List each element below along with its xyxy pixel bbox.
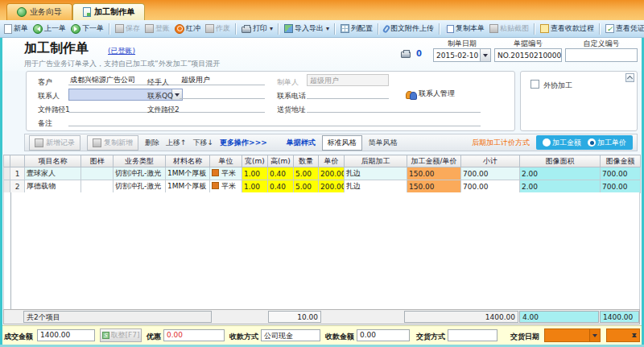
pricing-unit-radio[interactable]: 加工单价 (588, 138, 626, 148)
chevron-down-icon[interactable] (480, 49, 490, 61)
pay-amount-field[interactable]: 0.00 (357, 329, 410, 341)
move-down-button[interactable]: 下移↓ (193, 138, 214, 148)
cell-type[interactable]: 切割冲孔-激光 (114, 180, 166, 193)
cell-name[interactable]: 厚德载物 (25, 180, 81, 193)
cell-height[interactable]: 0.40 (268, 167, 294, 180)
deal-amount-field[interactable]: 1400.00 (37, 329, 95, 341)
cell-unit[interactable]: 平米 (210, 167, 242, 180)
cell-material[interactable]: 1MM个厚板 (166, 167, 210, 180)
document-icon (83, 7, 91, 17)
more-operations-button[interactable]: 更多操作>>> (220, 138, 267, 148)
void-button[interactable]: 作废 (204, 23, 232, 35)
window-border-left (0, 38, 2, 347)
delivery-date-select[interactable] (544, 328, 601, 342)
print-count-icon[interactable] (401, 52, 411, 58)
delivery-date-spinner[interactable] (606, 328, 640, 342)
tab-processing-order[interactable]: 加工制作单 (72, 3, 145, 20)
prev-arrow-icon (33, 24, 43, 34)
import-export-button[interactable]: 导入导出 (283, 23, 331, 35)
collapse-icon[interactable] (625, 73, 634, 82)
standard-style-button[interactable]: 标准风格 (322, 135, 362, 151)
cell-fee[interactable]: 150.00 (407, 180, 461, 193)
table-row[interactable]: 2 厚德载物 切割冲孔-激光 1MM个厚板 平米 1.00 0.40 5.00 … (4, 180, 641, 193)
phone-label: 联系电话 (277, 91, 306, 101)
copy-add-icon (93, 138, 101, 147)
cell-material[interactable]: 1MM个厚板 (166, 180, 210, 193)
cell-price[interactable]: 200.00 (319, 167, 345, 180)
discount-field[interactable]: 0.00 (163, 329, 225, 341)
unit-swatch-icon (212, 169, 219, 176)
custom-no-field[interactable] (565, 48, 638, 62)
cell-qty[interactable]: 5.00 (294, 167, 319, 180)
posted-link[interactable]: (已登账) (108, 46, 135, 56)
cell-qty[interactable]: 5.00 (294, 180, 319, 193)
cell-price[interactable]: 200.00 (319, 180, 345, 193)
next-order-button[interactable]: 下一单 (69, 23, 105, 35)
contact-manage-button[interactable]: 联系人管理 (406, 89, 455, 99)
simple-style-button[interactable]: 简单风格 (369, 138, 398, 148)
cell-area[interactable]: 2.00 (520, 180, 601, 193)
column-config-button[interactable]: 列配置 (339, 23, 374, 35)
cell-amount[interactable]: 700.00 (601, 167, 641, 180)
tab-business-wizard[interactable]: 业务向导 (6, 3, 72, 20)
attachment-upload-button[interactable]: 图文附件上传 (382, 23, 436, 35)
tab-processing-order-label: 加工制作单 (94, 6, 134, 18)
cell-height[interactable]: 0.40 (268, 180, 294, 193)
cell-selector[interactable] (4, 167, 10, 180)
paste-screenshot-button[interactable]: 粘贴截图 (488, 23, 530, 35)
round-button[interactable]: 取整[F7] (100, 328, 142, 342)
cell-selector[interactable] (4, 180, 10, 193)
cell-pattern[interactable] (81, 167, 114, 180)
cell-unit[interactable]: 平米 (210, 180, 242, 193)
chevron-down-icon[interactable] (589, 329, 600, 341)
delete-row-button[interactable]: 删除 (145, 138, 159, 148)
view-voucher-button[interactable]: 查看凭证 (604, 23, 644, 35)
cell-fee[interactable]: 150.00 (407, 167, 461, 180)
note-field[interactable] (68, 115, 481, 126)
cell-width[interactable]: 1.00 (242, 180, 268, 193)
rownum-column-line (10, 192, 11, 309)
post-account-button[interactable]: 登账 (143, 23, 171, 35)
doc-style-button[interactable]: 单据样式 (287, 138, 316, 148)
qq-field[interactable] (180, 88, 265, 99)
cell-name[interactable]: 壹球家人 (25, 167, 81, 180)
save-button[interactable]: 保存 (114, 23, 142, 35)
unit-swatch-icon (212, 182, 219, 189)
cell-pattern[interactable] (81, 180, 114, 193)
handler-field[interactable]: 超级用户 (180, 74, 265, 85)
cell-post[interactable]: 扎边 (345, 167, 407, 180)
prev-order-button[interactable]: 上一单 (31, 23, 68, 35)
save-icon (115, 24, 124, 33)
toolbar-separator (534, 23, 535, 35)
cell-post[interactable]: 扎边 (345, 180, 407, 193)
people-icon (406, 89, 416, 99)
outsource-checkbox[interactable] (530, 80, 539, 89)
phone-field[interactable] (307, 88, 389, 99)
cell-area[interactable]: 2.00 (520, 167, 601, 180)
move-up-button[interactable]: 上移↑ (166, 138, 187, 148)
cell-subtotal[interactable]: 700.00 (461, 167, 520, 180)
cell-width[interactable]: 1.00 (242, 167, 268, 180)
cell-type[interactable]: 切割冲孔-激光 (114, 167, 166, 180)
copy-add-button[interactable]: 复制新增 (87, 135, 138, 151)
red-flush-button[interactable]: 红冲 (173, 23, 202, 35)
view-payment-process-button[interactable]: 查看收款过程 (539, 23, 596, 35)
pricing-amount-radio[interactable]: 加工金额 (543, 138, 581, 148)
delivery-method-field[interactable] (448, 329, 497, 341)
title-area: 加工制作单 (已登账) 用于广告业务订单录入，支持自已加工或“外发加工”项目混开… (0, 38, 644, 71)
pay-method-label: 收款方式 (229, 332, 258, 342)
order-date-select[interactable]: 2015-02-10 (433, 48, 491, 62)
address-label: 送货地址 (277, 105, 306, 115)
print-button[interactable]: 打印 (240, 23, 275, 35)
address-field[interactable] (307, 101, 481, 113)
add-record-button[interactable]: 新增记录 (29, 135, 80, 151)
copy-order-button[interactable]: 复制本单 (444, 23, 486, 35)
table-row[interactable]: 1 壹球家人 切割冲孔-激光 1MM个厚板 平米 1.00 0.40 5.00 … (4, 167, 641, 180)
doc-no-field[interactable]: NO.201502100001 (494, 48, 562, 62)
pay-method-field[interactable]: 公司现金 (261, 329, 320, 341)
new-order-button[interactable]: 新单 (2, 23, 30, 35)
cell-amount[interactable]: 700.00 (601, 180, 641, 193)
cell-subtotal[interactable]: 700.00 (461, 180, 520, 193)
toolbar-separator (278, 23, 279, 35)
path2-field[interactable] (180, 101, 265, 113)
